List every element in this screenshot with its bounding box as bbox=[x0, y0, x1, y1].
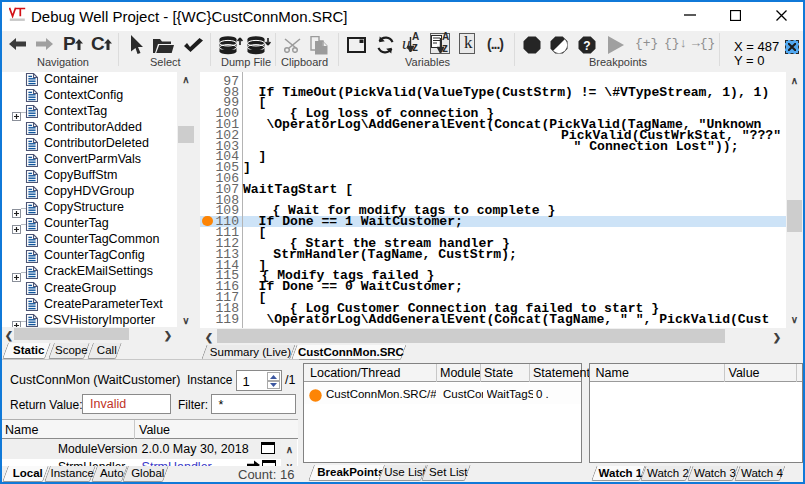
svg-text:?: ? bbox=[583, 39, 590, 53]
